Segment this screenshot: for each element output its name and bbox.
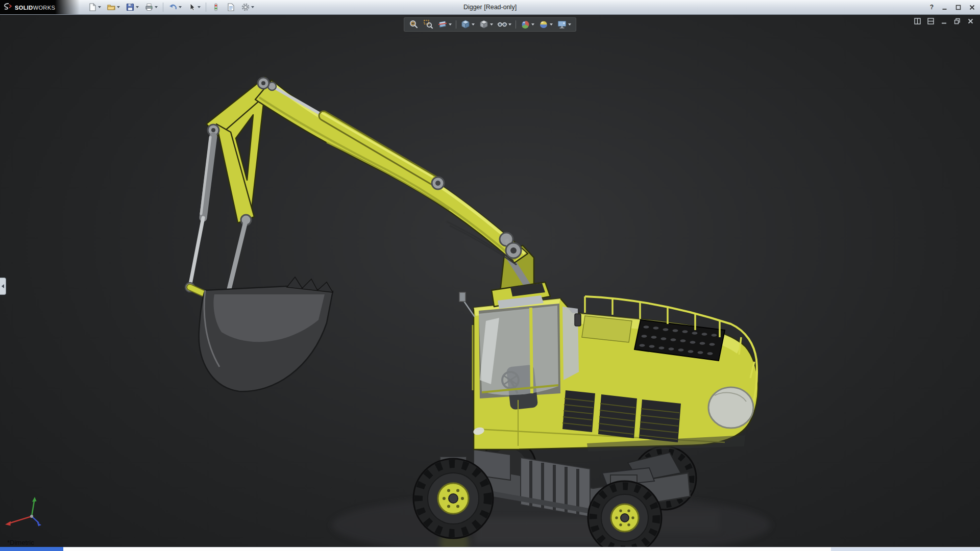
dropdown-caret: [508, 23, 511, 26]
new-document-icon: [88, 3, 97, 12]
new-document-button[interactable]: [86, 2, 103, 13]
heads-up-view-toolbar: [404, 17, 576, 32]
view-settings-button[interactable]: [555, 19, 573, 30]
open-folder-icon: [107, 3, 116, 12]
dropdown-caret: [98, 6, 101, 8]
file-properties-button[interactable]: [224, 2, 237, 13]
save-button[interactable]: [124, 2, 141, 13]
bucket[interactable]: [199, 277, 333, 391]
upper-body[interactable]: [459, 292, 758, 452]
select-cursor-icon: [187, 3, 197, 12]
standard-toolbar: [86, 1, 256, 13]
solidworks-logo-icon: [3, 3, 12, 11]
view-orientation-button[interactable]: [459, 19, 476, 30]
file-properties-icon: [226, 3, 235, 12]
document-minimize-button[interactable]: [940, 17, 948, 26]
hide-show-items-icon: [497, 19, 507, 30]
zoom-to-area-button[interactable]: [422, 19, 435, 30]
dropdown-caret: [550, 23, 553, 26]
graphics-viewport[interactable]: *Dimetric: [0, 15, 980, 547]
solidworks-logo: SOLIDWORKS: [0, 0, 81, 14]
dropdown-caret: [490, 23, 493, 26]
split-pane-horizontal-button[interactable]: [926, 17, 935, 26]
window-controls: ?: [929, 0, 976, 14]
document-close-button[interactable]: [966, 17, 975, 26]
help-button[interactable]: ?: [929, 3, 935, 12]
split-pane-vertical-icon: [914, 18, 921, 24]
hide-show-items-button[interactable]: [496, 19, 513, 30]
split-pane-horizontal-icon: [927, 18, 934, 24]
dropdown-caret: [449, 23, 452, 26]
toolbar-separator: [163, 3, 163, 12]
brand-text-light: WORKS: [33, 5, 56, 11]
status-bar: [0, 547, 980, 551]
print-icon: [144, 3, 154, 12]
orientation-label: *Dimetric: [7, 539, 34, 546]
document-minimize-icon: [941, 18, 947, 24]
split-pane-vertical-button[interactable]: [913, 17, 922, 26]
excavator-model: [0, 15, 980, 547]
dropdown-caret: [179, 6, 182, 8]
dropdown-caret: [136, 6, 139, 8]
dropdown-caret: [472, 23, 475, 26]
select-button[interactable]: [185, 2, 203, 13]
maximize-icon: [955, 5, 961, 10]
dropdown-caret: [117, 6, 120, 8]
featuremanager-collapse-tab[interactable]: [0, 278, 6, 295]
window-title: Digger [Read-only]: [463, 4, 517, 11]
triad-y-axis: [32, 501, 34, 516]
section-view-button[interactable]: [436, 19, 453, 30]
options-gear-icon: [241, 3, 250, 12]
edit-appearance-button[interactable]: [519, 19, 536, 30]
help-icon: ?: [930, 4, 934, 11]
zoom-to-fit-icon: [409, 19, 419, 30]
toolbar-separator: [206, 3, 206, 12]
close-icon: [969, 5, 975, 10]
dropdown-caret: [155, 6, 158, 8]
dropdown-caret: [198, 6, 201, 8]
save-icon: [126, 3, 135, 12]
document-window-controls: [913, 17, 975, 26]
dropdown-caret: [531, 23, 534, 26]
rebuild-status-button[interactable]: [209, 2, 223, 13]
minimize-button[interactable]: [941, 4, 948, 11]
dropdown-caret: [568, 23, 571, 26]
document-close-icon: [967, 18, 974, 24]
undo-icon: [168, 3, 178, 12]
status-bar-main-segment: [63, 547, 831, 551]
document-restore-button[interactable]: [953, 17, 962, 26]
section-view-icon: [437, 19, 448, 30]
view-orientation-icon: [460, 19, 471, 30]
edit-appearance-icon: [520, 19, 530, 30]
zoom-to-fit-button[interactable]: [407, 19, 421, 30]
document-restore-icon: [954, 18, 961, 24]
maximize-button[interactable]: [954, 4, 962, 11]
undo-button[interactable]: [166, 2, 184, 13]
triad-x-axis: [10, 516, 32, 523]
print-button[interactable]: [142, 2, 160, 13]
minimize-icon: [942, 5, 947, 10]
toolbar-separator: [516, 20, 516, 29]
status-bar-accent-segment: [0, 547, 63, 551]
chevron-left-icon: [2, 284, 4, 288]
zoom-to-area-icon: [423, 19, 433, 30]
dropdown-caret: [251, 6, 254, 8]
view-settings-icon: [557, 19, 567, 30]
rebuild-status-icon: [211, 3, 220, 12]
open-button[interactable]: [105, 2, 122, 13]
status-bar-right-segment: [831, 547, 980, 551]
apply-scene-icon: [538, 19, 549, 30]
toolbar-separator: [456, 20, 456, 29]
reference-triad: [3, 497, 54, 538]
brand-text-bold: SOLID: [15, 5, 33, 11]
display-style-button[interactable]: [477, 19, 495, 30]
solidworks-window: SOLIDWORKS: [0, 0, 980, 551]
close-button[interactable]: [968, 4, 976, 11]
options-button[interactable]: [239, 2, 256, 13]
apply-scene-button[interactable]: [537, 19, 554, 30]
titlebar: SOLIDWORKS: [0, 0, 980, 15]
display-style-icon: [479, 19, 489, 30]
